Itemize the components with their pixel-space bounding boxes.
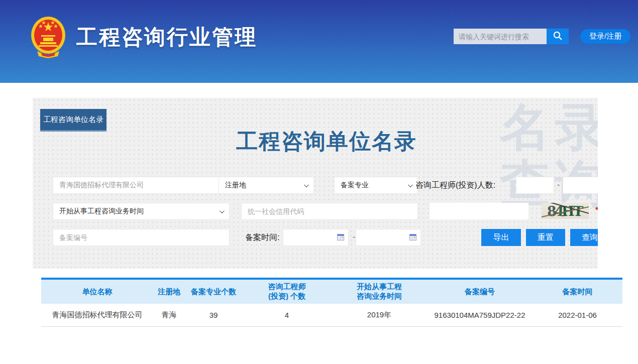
column-header: 注册地 (153, 280, 185, 304)
company-name-input[interactable] (53, 177, 230, 194)
engineer-count-label: 咨询工程师(投资)人数: (415, 177, 495, 194)
captcha-image[interactable]: 84HT (542, 203, 589, 219)
chevron-down-icon (220, 208, 225, 213)
start-time-selected: 开始从事工程咨询业务时间 (59, 207, 144, 216)
date-range-separator: - (353, 229, 355, 246)
watermark-line: 名录 (500, 99, 598, 155)
registration-place-selected: 注册地 (225, 181, 246, 190)
captcha-input[interactable] (430, 203, 528, 219)
column-header: 备案专业个数 (185, 280, 242, 304)
start-time-select[interactable]: 开始从事工程咨询业务时间 (53, 203, 230, 220)
page: 工程咨询行业管理 登录/注册 名录 查询 工程咨询单位名录 工程咨询单位名录 注… (0, 0, 638, 364)
result-table: 单位名称注册地备案专业个数咨询工程师 (投资) 个数开始从事工程 咨询业务时间备… (41, 278, 622, 327)
search-icon (553, 31, 563, 42)
reset-button[interactable]: 重置 (526, 229, 565, 246)
table-header-row: 单位名称注册地备案专业个数咨询工程师 (投资) 个数开始从事工程 咨询业务时间备… (41, 280, 622, 304)
table-cell: 39 (185, 304, 242, 326)
column-header: 备案编号 (427, 280, 533, 304)
query-panel: 名录 查询 工程咨询单位名录 工程咨询单位名录 注册地 备案专业 咨询工程师(投… (33, 98, 598, 269)
table-row: 青海国德招标代理有限公司青海3942019年91630104MA759JDP22… (41, 304, 622, 326)
range-separator: - (557, 177, 560, 194)
calendar-icon (409, 233, 416, 242)
login-register-button[interactable]: 登录/注册 (580, 29, 630, 44)
record-time-to-input[interactable] (356, 229, 421, 246)
table-cell: 91630104MA759JDP22-22 (427, 304, 533, 326)
table-cell: 2019年 (332, 304, 427, 326)
record-time-from-input[interactable] (283, 229, 349, 246)
record-major-select[interactable]: 备案专业 (334, 177, 418, 194)
credit-code-input[interactable] (241, 203, 418, 220)
search-button[interactable] (547, 29, 569, 44)
record-major-selected: 备案专业 (341, 181, 369, 190)
header-searchbox (454, 29, 569, 44)
table-body: 青海国德招标代理有限公司青海3942019年91630104MA759JDP22… (41, 304, 622, 326)
watermark-text: 名录 查询 (500, 99, 598, 211)
national-emblem-icon (30, 16, 66, 58)
required-asterisk: * (595, 205, 598, 215)
chevron-down-icon (304, 182, 309, 187)
export-button[interactable]: 导出 (481, 229, 521, 246)
engineer-count-min-input[interactable] (516, 177, 554, 194)
record-no-input[interactable] (53, 229, 230, 246)
calendar-icon (337, 233, 344, 242)
engineer-count-max-input[interactable] (563, 177, 598, 194)
column-header: 咨询工程师 (投资) 个数 (242, 280, 332, 304)
site-header: 工程咨询行业管理 登录/注册 (0, 0, 638, 83)
registration-place-select[interactable]: 注册地 (219, 177, 314, 194)
tab-unit-directory[interactable]: 工程咨询单位名录 (40, 109, 107, 132)
table-cell: 青海 (153, 304, 185, 326)
table-cell: 青海国德招标代理有限公司 (41, 304, 153, 326)
query-button[interactable]: 查询 (570, 229, 598, 246)
record-time-label: 备案时间: (245, 229, 279, 246)
keyword-search-input[interactable] (454, 29, 547, 44)
column-header: 开始从事工程 咨询业务时间 (332, 280, 427, 304)
table-cell: 2022-01-06 (533, 304, 622, 326)
column-header: 备案时间 (533, 280, 622, 304)
page-title: 工程咨询单位名录 (236, 127, 417, 156)
chevron-down-icon (408, 182, 413, 187)
column-header: 单位名称 (41, 280, 153, 304)
site-title: 工程咨询行业管理 (76, 23, 257, 51)
captcha-text: 84HT (547, 204, 583, 218)
table-cell: 4 (242, 304, 332, 326)
